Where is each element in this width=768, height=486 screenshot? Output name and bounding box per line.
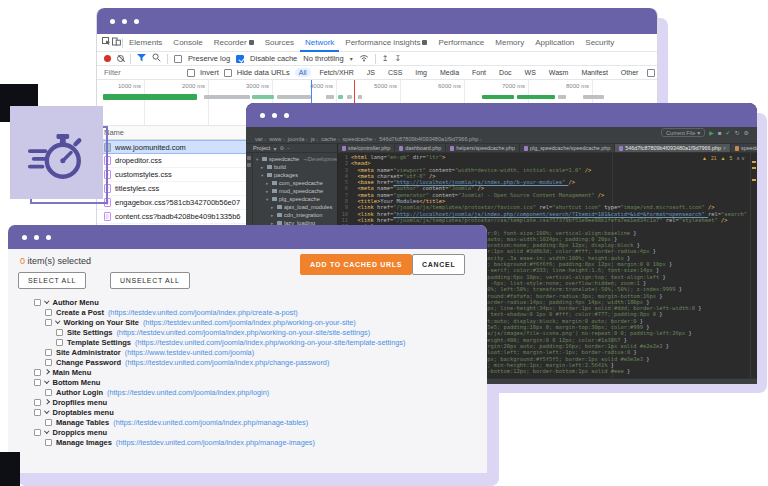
collapse-all-icon[interactable]: − xyxy=(287,145,290,151)
filter-input[interactable] xyxy=(104,68,182,77)
breadcrumb-item[interactable]: joomla › xyxy=(288,136,308,142)
menu-tree-row[interactable]: Droptables menu xyxy=(22,407,481,417)
chevron-icon[interactable] xyxy=(44,379,49,384)
current-file-select[interactable]: Current File▾ xyxy=(661,128,705,137)
chevron-icon[interactable] xyxy=(55,319,60,324)
menu-item-url[interactable]: (https://testdev.united.com/joomla/index… xyxy=(113,418,308,427)
import-har-icon[interactable]: ↥ xyxy=(382,54,389,63)
resource-type-chip[interactable]: WS xyxy=(521,68,540,77)
devtools-tab[interactable]: Network xyxy=(300,34,339,52)
dialog-titlebar[interactable] xyxy=(8,225,487,249)
prev-next-icons[interactable]: ∧ ∨ xyxy=(736,155,745,161)
menu-tree-row[interactable]: Main Menu xyxy=(22,367,481,377)
editor-scrollbar[interactable] xyxy=(750,153,757,378)
resource-type-chip[interactable]: Other xyxy=(617,68,643,77)
resource-type-chip[interactable]: Font xyxy=(468,68,490,77)
breadcrumb-item[interactable]: var › xyxy=(255,136,266,142)
row-checkbox[interactable] xyxy=(34,409,41,416)
project-tree-item[interactable]: ▾plg_speedcache xyxy=(253,195,337,203)
close-icon[interactable]: × xyxy=(723,145,726,151)
breadcrumb-item[interactable]: speedcache › xyxy=(343,136,377,142)
devtools-tab[interactable]: Memory xyxy=(490,34,529,52)
menu-item-url[interactable]: (https://testdev.united.com/joomla/index… xyxy=(108,308,298,317)
row-checkbox[interactable] xyxy=(45,389,52,396)
menu-tree-row[interactable]: Author Login(https://testdev.united.com/… xyxy=(22,387,481,397)
row-checkbox[interactable] xyxy=(34,379,41,386)
breadcrumb-item[interactable]: www › xyxy=(269,136,285,142)
row-checkbox[interactable] xyxy=(34,299,41,306)
resource-type-chip[interactable]: Media xyxy=(436,68,463,77)
menu-item-url[interactable]: (https://testdev.united.com/joomla/index… xyxy=(116,328,370,337)
inspect-icon[interactable] xyxy=(102,37,111,48)
editor-tab[interactable]: site/controller.php× xyxy=(338,144,395,152)
settings-gear-icon[interactable]: ⚙ xyxy=(744,130,749,136)
menu-item-url[interactable]: (https://testdev.united.com/joomla/index… xyxy=(143,318,356,327)
chevron-icon[interactable] xyxy=(44,429,49,434)
device-toolbar-icon[interactable] xyxy=(112,37,121,48)
chevron-icon[interactable] xyxy=(44,409,49,414)
row-checkbox[interactable] xyxy=(45,439,52,446)
menu-tree-row[interactable]: Manage Images(https://testdev.united.com… xyxy=(22,437,481,447)
throttling-select[interactable]: No throttling xyxy=(303,54,343,63)
chevron-icon[interactable] xyxy=(44,400,49,405)
record-icon[interactable] xyxy=(104,55,111,62)
menu-item-url[interactable]: (https://testdev.united.com/joomla/index… xyxy=(125,358,329,367)
project-tool-header[interactable]: Project ▾ ⚙ − xyxy=(246,144,338,152)
editor-tab[interactable]: dashboard.php× xyxy=(395,144,446,152)
structure-tool-icon[interactable] xyxy=(247,163,251,167)
devtools-tab[interactable]: Security xyxy=(580,34,619,52)
menu-tree-row[interactable]: Manage Tables(https://testdev.united.com… xyxy=(22,417,481,427)
resource-type-chip[interactable]: Manifest xyxy=(577,68,611,77)
unselect-all-button[interactable]: UNSELECT ALL xyxy=(110,272,190,289)
project-tree-item[interactable]: ▸build xyxy=(253,163,337,171)
row-checkbox[interactable] xyxy=(34,429,41,436)
menu-item-url[interactable]: (https://testdev.united.com/joomla/index… xyxy=(107,388,269,397)
run-icon[interactable]: ▶ xyxy=(709,130,714,136)
blocked-cookies-checkbox[interactable] xyxy=(647,69,655,77)
project-tree-item[interactable]: ▾speedcache~/Development/joomla/1 xyxy=(253,155,337,163)
row-checkbox[interactable] xyxy=(45,419,52,426)
devtools-tab[interactable]: Application xyxy=(530,34,579,52)
row-checkbox[interactable] xyxy=(56,339,63,346)
project-tree-item[interactable]: ▾packages xyxy=(253,171,337,179)
devtools-titlebar[interactable] xyxy=(96,8,658,34)
menu-tree-row[interactable]: Create a Post(https://testdev.united.com… xyxy=(22,307,481,317)
row-checkbox[interactable] xyxy=(45,319,52,326)
menu-tree-row[interactable]: Site Administrator(https://www.testdev-u… xyxy=(22,347,481,357)
menu-item-url[interactable]: (https://testdev.united.com/joomla/index… xyxy=(135,338,405,347)
search-icon[interactable] xyxy=(152,53,161,64)
devtools-tab[interactable]: Console xyxy=(168,34,207,52)
cancel-button[interactable]: CANCEL xyxy=(412,254,465,275)
project-tree-item[interactable]: ▸cdn_integration xyxy=(253,211,337,219)
menu-item-url[interactable]: (https://www.testdev-united.com/joomla) xyxy=(125,348,254,357)
hide-data-urls-checkbox[interactable] xyxy=(224,69,232,77)
resource-type-chip[interactable]: All xyxy=(295,68,311,77)
devtools-tab[interactable]: Performance xyxy=(433,34,489,52)
inspections-widget[interactable]: ▲21 ▲5 ∧ ∨ xyxy=(702,155,745,161)
menu-tree-row[interactable]: Author Menu xyxy=(22,297,481,307)
row-checkbox[interactable] xyxy=(45,349,52,356)
resource-type-chip[interactable]: Fetch/XHR xyxy=(316,68,358,77)
settings-gear-icon[interactable]: ⚙ xyxy=(279,145,283,151)
menu-tree-row[interactable]: Template Settings(https://testdev.united… xyxy=(22,337,481,347)
menu-tree-row[interactable]: Working on Your Site(https://testdev.uni… xyxy=(22,317,481,327)
git-commit-icon[interactable]: ✔ xyxy=(726,130,731,136)
add-to-cached-urls-button[interactable]: ADD TO CACHED URLS xyxy=(300,254,412,275)
project-tool-icon[interactable] xyxy=(247,156,251,160)
chevron-icon[interactable] xyxy=(44,299,49,304)
menu-tree-row[interactable]: Change Password(https://testdev.united.c… xyxy=(22,357,481,367)
editor-tab[interactable]: speedcache.xml× xyxy=(731,144,757,152)
menu-item-url[interactable]: (https://testdev.united.com/joomla/index… xyxy=(116,438,315,447)
row-checkbox[interactable] xyxy=(34,369,41,376)
resource-type-chip[interactable]: JS xyxy=(363,68,379,77)
devtools-tab[interactable]: Performance insights xyxy=(340,34,432,52)
resource-type-chip[interactable]: Doc xyxy=(495,68,515,77)
project-tree-item[interactable]: ▸ajax_load_modules xyxy=(253,203,337,211)
project-tree-item[interactable]: ▸mod_speedcache xyxy=(253,187,337,195)
menu-tree-row[interactable]: Dropfiles menu xyxy=(22,397,481,407)
breadcrumb-item[interactable]: 546d7fc87809b4f093480a1f9d7966.php › xyxy=(379,136,482,142)
disable-cache-checkbox[interactable] xyxy=(236,55,244,63)
breadcrumb-item[interactable]: cache › xyxy=(321,136,339,142)
filter-icon[interactable] xyxy=(137,54,146,64)
export-har-icon[interactable]: ↧ xyxy=(394,54,401,63)
